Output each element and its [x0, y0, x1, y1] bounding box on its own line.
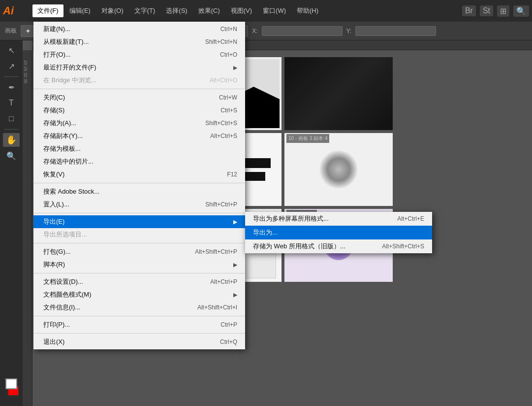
- menu-save-copy[interactable]: 存储副本(Y)... Alt+Ctrl+S: [33, 130, 245, 142]
- x-input[interactable]: [262, 26, 343, 36]
- divider-6: [33, 316, 245, 316]
- menu-package-label: 打包(G)...: [43, 247, 185, 256]
- menu-export-selected-label: 导出所选项目...: [43, 230, 237, 239]
- menu-save-template[interactable]: 存储为模板...: [33, 142, 245, 155]
- search-btn[interactable]: 🔍: [513, 5, 529, 17]
- menu-doc-setup-shortcut: Alt+Ctrl+P: [210, 278, 237, 285]
- menu-new-template-label: 从模板新建(T)...: [43, 37, 195, 46]
- menu-stock-label: 搜索 Adobe Stock...: [43, 187, 237, 196]
- menu-revert-label: 恢复(V): [43, 170, 217, 179]
- direct-select-tool[interactable]: ↗: [3, 59, 20, 73]
- menu-file-info-shortcut: Alt+Shift+Ctrl+I: [197, 304, 237, 311]
- export-multi-screen-shortcut: Alt+Ctrl+E: [397, 215, 424, 222]
- selection-tool[interactable]: ↖: [3, 43, 20, 57]
- menu-export-label: 导出(E): [43, 217, 229, 226]
- menu-new-shortcut: Ctrl+N: [220, 26, 237, 33]
- menu-export[interactable]: 导出(E) ▶: [33, 215, 245, 228]
- divider-2: [33, 183, 245, 183]
- zoom-tool[interactable]: 🔍: [3, 149, 20, 163]
- menu-recent-label: 最近打开的文件(F): [43, 63, 229, 72]
- menu-revert[interactable]: 恢复(V) F12: [33, 168, 245, 181]
- menu-effect[interactable]: 效果(C): [193, 4, 225, 17]
- menu-save-as[interactable]: 存储为(A)... Shift+Ctrl+S: [33, 117, 245, 130]
- menu-text[interactable]: 文字(T): [129, 4, 160, 17]
- export-web-label: 存储为 Web 所用格式（旧版）...: [253, 242, 382, 251]
- menu-print[interactable]: 打印(P)... Ctrl+P: [33, 318, 245, 331]
- menu-section-file: 关闭(C) Ctrl+W 存储(S) Ctrl+S 存储为(A)... Shif…: [33, 90, 245, 182]
- menu-close[interactable]: 关闭(C) Ctrl+W: [33, 91, 245, 104]
- menu-save[interactable]: 存储(S) Ctrl+S: [33, 104, 245, 117]
- menu-save-label: 存储(S): [43, 106, 211, 115]
- menu-section-doc: 文档设置(D)... Alt+Ctrl+P 文档颜色模式(M) ▶ 文件信息(I…: [33, 274, 245, 315]
- menu-save-slice[interactable]: 存储选中的切片...: [33, 155, 245, 168]
- workspace-btn[interactable]: ⊞: [497, 5, 509, 17]
- file-menu: 新建(N)... Ctrl+N 从模板新建(T)... Shift+Ctrl+N…: [33, 22, 245, 349]
- menu-export-arrow: ▶: [233, 219, 237, 225]
- menu-color-mode[interactable]: 文档颜色模式(M) ▶: [33, 288, 245, 301]
- menu-bridge: 在 Bridge 中浏览... Alt+Ctrl+O: [33, 74, 245, 87]
- menu-section-export: 导出(E) ▶ 导出所选项目...: [33, 214, 245, 242]
- menu-section-pack: 打包(G)... Alt+Shift+Ctrl+P 脚本(R) ▶: [33, 244, 245, 272]
- artboard-cell-3: [284, 57, 393, 130]
- shape-tool[interactable]: □: [3, 112, 20, 126]
- menu-view[interactable]: 视图(V): [226, 4, 257, 17]
- hand-tool[interactable]: ✋: [3, 133, 20, 147]
- export-multi-screen[interactable]: 导出为多种屏幕所用格式... Alt+Ctrl+E: [245, 212, 432, 226]
- menu-scripts-arrow: ▶: [233, 262, 237, 268]
- bridge-btn[interactable]: Br: [462, 5, 476, 16]
- menu-file-info[interactable]: 文件信息(I)... Alt+Shift+Ctrl+I: [33, 301, 245, 314]
- menu-stock[interactable]: 搜索 Adobe Stock...: [33, 185, 245, 198]
- menu-help[interactable]: 帮助(H): [292, 4, 323, 17]
- menu-file[interactable]: 文件(F): [32, 4, 63, 17]
- menu-revert-shortcut: F12: [227, 171, 237, 178]
- y-input[interactable]: [355, 26, 436, 36]
- menu-open[interactable]: 打开(O)... Ctrl+O: [33, 48, 245, 61]
- pen-tool[interactable]: ✒: [3, 80, 20, 94]
- menu-window[interactable]: 窗口(W): [258, 4, 291, 17]
- menu-section-new: 新建(N)... Ctrl+N 从模板新建(T)... Shift+Ctrl+N…: [33, 22, 245, 88]
- menu-close-shortcut: Ctrl+W: [219, 94, 237, 101]
- menu-doc-setup[interactable]: 文档设置(D)... Alt+Ctrl+P: [33, 275, 245, 288]
- menu-edit[interactable]: 编辑(E): [64, 4, 95, 17]
- menu-package[interactable]: 打包(G)... Alt+Shift+Ctrl+P: [33, 245, 245, 258]
- menu-open-shortcut: Ctrl+O: [220, 51, 237, 58]
- text-tool[interactable]: T: [3, 96, 20, 110]
- artboard-content-3: [284, 57, 393, 130]
- menu-scripts[interactable]: 脚本(R) ▶: [33, 258, 245, 271]
- menu-bridge-label: 在 Bridge 中浏览...: [43, 76, 200, 85]
- menu-object[interactable]: 对象(O): [96, 4, 128, 17]
- menu-save-as-label: 存储为(A)...: [43, 119, 195, 128]
- x-label: X:: [252, 28, 257, 34]
- menu-select[interactable]: 选择(S): [161, 4, 192, 17]
- left-sidebar: ↖ ↗ ✒ T □ ✋ 🔍: [0, 40, 23, 406]
- divider-5: [33, 273, 245, 273]
- export-web-shortcut: Alt+Shift+Ctrl+S: [382, 243, 424, 250]
- menu-package-shortcut: Alt+Shift+Ctrl+P: [195, 248, 237, 255]
- divider-7: [33, 333, 245, 334]
- menu-place-label: 置入(L)...: [43, 200, 195, 209]
- export-multi-screen-label: 导出为多种屏幕所用格式...: [253, 214, 397, 223]
- artboard-thumb-6: [284, 133, 393, 206]
- stock-btn[interactable]: St: [480, 5, 493, 16]
- menu-new[interactable]: 新建(N)... Ctrl+N: [33, 23, 245, 35]
- ruler-left: 20 25 30 35: [23, 50, 32, 406]
- menu-place[interactable]: 置入(L)... Shift+Ctrl+P: [33, 198, 245, 211]
- menu-scripts-label: 脚本(R): [43, 260, 229, 269]
- menu-place-shortcut: Shift+Ctrl+P: [205, 201, 237, 208]
- tool-separator-2: [4, 129, 19, 130]
- menu-save-template-label: 存储为模板...: [43, 144, 237, 153]
- menu-recent[interactable]: 最近打开的文件(F) ▶: [33, 61, 245, 74]
- menu-save-shortcut: Ctrl+S: [220, 107, 237, 114]
- menu-new-template[interactable]: 从模板新建(T)... Shift+Ctrl+N: [33, 35, 245, 48]
- ruler-left-marks: 20 25 30 35: [23, 60, 28, 84]
- divider-3: [33, 213, 245, 213]
- menu-print-shortcut: Ctrl+P: [220, 321, 237, 328]
- menu-export-selected: 导出所选项目...: [33, 228, 245, 241]
- artboard-label: 画板: [5, 27, 17, 35]
- export-web[interactable]: 存储为 Web 所用格式（旧版）... Alt+Shift+Ctrl+S: [245, 239, 432, 253]
- export-as[interactable]: 导出为...: [245, 226, 432, 239]
- fill-color[interactable]: [5, 378, 17, 389]
- menu-color-mode-arrow: ▶: [233, 292, 237, 298]
- artboard-thumb-3: [284, 57, 393, 130]
- menu-quit[interactable]: 退出(X) Ctrl+Q: [33, 336, 245, 348]
